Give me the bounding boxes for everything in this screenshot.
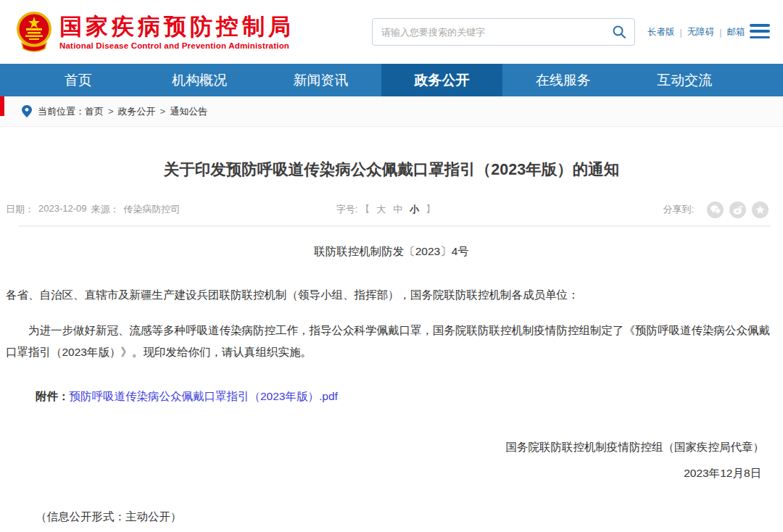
share-label: 分享到: bbox=[663, 203, 694, 216]
nav-item-news[interactable]: 新闻资讯 bbox=[260, 64, 381, 96]
article-date: 2023-12-09 bbox=[38, 203, 87, 216]
search-icon bbox=[612, 25, 626, 39]
breadcrumb-separator: > bbox=[160, 106, 166, 117]
breadcrumb-notices[interactable]: 通知公告 bbox=[170, 105, 207, 118]
site-name: 国家疾病预防控制局 bbox=[59, 14, 294, 39]
bracket-open: 【 bbox=[360, 203, 370, 216]
signature-date: 2023年12月8日 bbox=[0, 466, 761, 482]
site-logo[interactable]: 国家疾病预防控制局 National Disease Control and P… bbox=[16, 9, 294, 54]
breadcrumb-prefix: 当前位置： bbox=[38, 105, 85, 118]
attachment-row: 附件：预防呼吸道传染病公众佩戴口罩指引（2023年版）.pdf bbox=[36, 389, 783, 405]
main-navigation: 首页 机构概况 新闻资讯 政务公开 在线服务 互动交流 bbox=[0, 64, 783, 96]
article-meta-row: 日期： 2023-12-09 来源： 传染病防控司 字号: 【 大 中 小 】 … bbox=[6, 201, 768, 218]
attachment-pdf-link[interactable]: 预防呼吸道传染病公众佩戴口罩指引（2023年版）.pdf bbox=[70, 390, 338, 402]
article-paragraph-body: 为进一步做好新冠、流感等多种呼吸道传染病防控工作，指导公众科学佩戴口罩，国务院联… bbox=[6, 320, 780, 363]
attachment-label: 附件： bbox=[36, 390, 70, 402]
publish-note: （信息公开形式：主动公开） bbox=[36, 510, 783, 525]
red-accent-tab bbox=[0, 96, 4, 116]
article-container: 关于印发预防呼吸道传染病公众佩戴口罩指引（2023年版）的通知 日期： 2023… bbox=[0, 160, 783, 525]
breadcrumb: 当前位置： 首页 > 政务公开 > 通知公告 bbox=[0, 96, 783, 127]
quick-link-separator: | bbox=[680, 28, 682, 38]
site-name-english: National Disease Control and Prevention … bbox=[59, 41, 294, 50]
bracket-close: 】 bbox=[426, 203, 435, 216]
nav-item-online-services[interactable]: 在线服务 bbox=[502, 64, 624, 96]
search-button[interactable] bbox=[604, 19, 634, 45]
share-weibo-icon[interactable] bbox=[729, 201, 746, 218]
share-qzone-star-icon[interactable] bbox=[752, 201, 768, 218]
nav-item-gov-disclosure[interactable]: 政务公开 bbox=[381, 64, 502, 96]
source-label: 来源： bbox=[91, 203, 120, 216]
accessibility-link[interactable]: 无障碍 bbox=[687, 26, 715, 38]
search-input[interactable] bbox=[373, 27, 604, 38]
national-emblem-icon bbox=[16, 9, 52, 54]
breadcrumb-separator: > bbox=[108, 106, 114, 117]
nav-item-home[interactable]: 首页 bbox=[17, 64, 138, 96]
nav-item-overview[interactable]: 机构概况 bbox=[138, 64, 260, 96]
page-title: 关于印发预防呼吸道传染病公众佩戴口罩指引（2023年版）的通知 bbox=[0, 160, 783, 179]
share-wechat-icon[interactable] bbox=[707, 201, 724, 218]
site-header: 国家疾病预防控制局 National Disease Control and P… bbox=[0, 0, 783, 64]
elder-version-link[interactable]: 长者版 bbox=[647, 26, 675, 38]
share-zone: 分享到: bbox=[438, 201, 768, 218]
breadcrumb-gov-disclosure[interactable]: 政务公开 bbox=[118, 105, 156, 118]
font-size-medium-button[interactable]: 中 bbox=[393, 203, 402, 216]
font-size-label: 字号: bbox=[336, 203, 358, 216]
signature-line: 国务院联防联控机制疫情防控组（国家疾控局代章） bbox=[0, 440, 764, 456]
header-quick-links: 长者版 | 无障碍 | 邮箱 bbox=[647, 26, 745, 38]
quick-link-separator: | bbox=[719, 28, 721, 38]
font-size-large-button[interactable]: 大 bbox=[376, 203, 386, 216]
font-size-small-button[interactable]: 小 bbox=[410, 203, 419, 216]
date-label: 日期： bbox=[6, 203, 34, 216]
article-meta-left: 日期： 2023-12-09 来源： 传染病防控司 bbox=[6, 203, 336, 216]
document-number: 联防联控机制防发〔2023〕4号 bbox=[0, 244, 783, 260]
location-pin-icon bbox=[22, 105, 32, 117]
search-box bbox=[372, 18, 635, 46]
menu-hamburger-icon[interactable] bbox=[750, 22, 770, 40]
breadcrumb-home[interactable]: 首页 bbox=[85, 105, 104, 118]
article-paragraph-salutation: 各省、自治区、直辖市及新疆生产建设兵团联防联控机制（领导小组、指挥部），国务院联… bbox=[6, 286, 780, 304]
font-size-control: 字号: 【 大 中 小 】 bbox=[336, 203, 439, 216]
mailbox-link[interactable]: 邮箱 bbox=[727, 26, 745, 38]
nav-item-interaction[interactable]: 互动交流 bbox=[624, 64, 745, 96]
article-source: 传染病防控司 bbox=[124, 203, 181, 216]
meta-divider bbox=[18, 225, 771, 227]
